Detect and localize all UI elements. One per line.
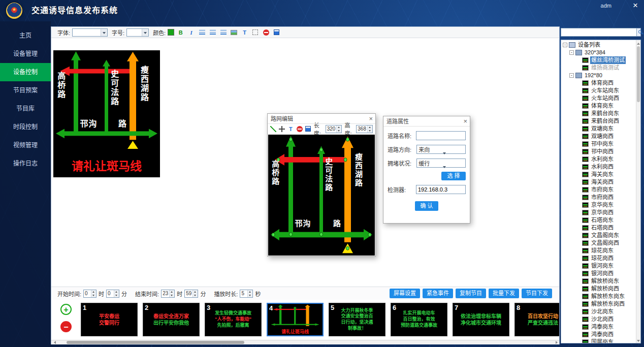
stepper-arrows-icon[interactable] bbox=[114, 290, 119, 297]
expander-icon[interactable] bbox=[576, 165, 581, 169]
start-minute-stepper[interactable]: 0 bbox=[106, 290, 119, 298]
bold-button[interactable]: B bbox=[176, 28, 185, 37]
tree-item[interactable]: 体育岗西 bbox=[561, 79, 640, 87]
tree-item[interactable]: 银河岗东 bbox=[561, 262, 640, 270]
expander-icon[interactable] bbox=[576, 241, 581, 245]
horizontal-scrollbar[interactable] bbox=[51, 340, 559, 344]
start-hour-stepper[interactable]: 0 bbox=[83, 290, 96, 298]
height-stepper[interactable]: 368 bbox=[356, 125, 373, 133]
stepper-arrows-icon[interactable] bbox=[336, 125, 341, 133]
top-road-arrow[interactable] bbox=[275, 154, 346, 166]
sidebar-item[interactable]: 视频管理 bbox=[0, 136, 51, 154]
italic-button[interactable]: I bbox=[187, 28, 196, 37]
expander-icon[interactable] bbox=[576, 134, 581, 139]
expander-icon[interactable] bbox=[576, 271, 581, 276]
remove-program-button[interactable]: − bbox=[60, 321, 72, 332]
expander-icon[interactable] bbox=[576, 157, 581, 162]
tree-item[interactable]: 火车站岗西 bbox=[561, 94, 640, 102]
tree-item[interactable]: 市府岗西 bbox=[561, 194, 640, 201]
action-button[interactable]: 节目下发 bbox=[522, 289, 552, 298]
expander-icon[interactable] bbox=[576, 58, 581, 62]
tree-item[interactable]: 解放桥岗东 bbox=[561, 277, 640, 285]
expander-icon[interactable] bbox=[576, 325, 581, 329]
road-name-input[interactable] bbox=[416, 131, 466, 140]
length-stepper[interactable]: 320 bbox=[326, 125, 342, 133]
stepper-arrows-icon[interactable] bbox=[192, 290, 198, 297]
congestion-select[interactable]: 缓行 bbox=[416, 159, 466, 168]
program-preview[interactable]: 高桥路 史可法路 瘦西湖路 邗沟 路 请礼让斑马线 bbox=[53, 50, 160, 177]
tree-item[interactable]: 双塘岗西 bbox=[561, 133, 640, 140]
tree-item[interactable]: 鸿泰岗西 bbox=[561, 331, 640, 338]
expander-icon[interactable] bbox=[576, 226, 581, 230]
expander-icon[interactable] bbox=[576, 248, 581, 253]
duration-stepper[interactable]: 5 bbox=[240, 290, 253, 298]
expander-icon[interactable] bbox=[576, 96, 581, 101]
tree-item[interactable]: 解放桥岗西 bbox=[561, 285, 640, 293]
tree-item[interactable]: 市府岗东 bbox=[561, 186, 640, 194]
search-button[interactable] bbox=[637, 28, 641, 37]
playlist-item[interactable]: 7 依法治理非标车辆 净化城市交通环境 bbox=[453, 303, 509, 336]
action-button[interactable]: 复制节目 bbox=[456, 289, 486, 298]
stepper-arrows-icon[interactable] bbox=[247, 290, 252, 297]
sidebar-item[interactable]: 节目预案 bbox=[0, 81, 51, 100]
tree-item[interactable]: 海关岗西 bbox=[561, 178, 640, 186]
tree-item[interactable]: 火车站岗东 bbox=[561, 87, 640, 94]
scroll-right-icon[interactable] bbox=[554, 340, 559, 344]
expander-icon[interactable] bbox=[576, 111, 581, 116]
tree-item[interactable]: - 192*80 bbox=[561, 72, 640, 79]
device-search-input[interactable] bbox=[561, 28, 637, 37]
expander-icon[interactable] bbox=[576, 210, 581, 215]
expander-icon[interactable] bbox=[576, 142, 581, 146]
tree-item[interactable]: 鸿泰岗东 bbox=[561, 323, 640, 331]
tree-item[interactable]: 琼花岗西 bbox=[561, 255, 640, 262]
font-size-select[interactable] bbox=[126, 28, 149, 37]
tree-item[interactable]: 石塔岗西 bbox=[561, 224, 640, 232]
playlist-item[interactable]: 5 大力开展秋冬季 交通安全整治百 日行动，坚决遏 制事故！ bbox=[329, 303, 385, 336]
tree-item[interactable]: 来鹤台岗东 bbox=[561, 110, 640, 117]
confirm-button[interactable]: 确 认 bbox=[415, 201, 438, 211]
save-button[interactable] bbox=[272, 28, 281, 37]
tree-item[interactable]: 双塘岗东 bbox=[561, 125, 640, 133]
expander-icon[interactable] bbox=[576, 309, 581, 314]
scrollbar-thumb[interactable] bbox=[637, 46, 640, 102]
expander-icon[interactable] bbox=[576, 127, 581, 131]
tree-item[interactable]: 京华岗西 bbox=[561, 209, 640, 216]
expander-icon[interactable] bbox=[576, 195, 581, 200]
dialog-titlebar[interactable]: 路网编辑 × bbox=[268, 114, 375, 124]
draw-line-button[interactable] bbox=[270, 125, 276, 133]
expander-icon[interactable] bbox=[576, 256, 581, 261]
close-icon[interactable]: × bbox=[369, 114, 373, 124]
tree-item[interactable]: 邗中岗西 bbox=[561, 148, 640, 155]
sidebar-item[interactable]: 设备管理 bbox=[0, 45, 51, 63]
tree-item[interactable]: 螺丝湾桥测试 bbox=[561, 56, 640, 64]
tree-item[interactable]: 维扬商测试 bbox=[561, 64, 640, 72]
expander-icon[interactable]: - bbox=[563, 43, 567, 47]
tree-item[interactable]: - 320*384 bbox=[561, 49, 640, 56]
select-detector-button[interactable]: 选 择 bbox=[441, 172, 466, 180]
close-icon[interactable]: × bbox=[631, 1, 640, 11]
sidebar-item[interactable]: 时段控制 bbox=[0, 118, 51, 136]
dialog-titlebar[interactable]: 道路属性 × bbox=[383, 116, 470, 127]
text-tool-button[interactable]: T bbox=[287, 125, 294, 133]
scrollbar-thumb[interactable] bbox=[67, 341, 244, 344]
expander-icon[interactable] bbox=[576, 172, 581, 177]
tree-item[interactable]: 银河岗西 bbox=[561, 270, 640, 277]
action-button[interactable]: 批量下发 bbox=[489, 289, 519, 298]
playlist-item[interactable]: 2 春运安全连万家 出行平安你我他 bbox=[143, 303, 200, 336]
scroll-left-icon[interactable] bbox=[51, 340, 56, 344]
tree-item[interactable]: 解放桥东岗西 bbox=[561, 300, 640, 308]
delete-button[interactable] bbox=[296, 125, 302, 133]
frame-select-button[interactable] bbox=[251, 28, 260, 37]
expander-icon[interactable] bbox=[576, 317, 581, 322]
tree-item[interactable]: 文昌阁岗西 bbox=[561, 239, 640, 247]
playlist-item-selected[interactable]: 4 请礼让斑马线 bbox=[267, 303, 324, 336]
expander-icon[interactable] bbox=[576, 203, 581, 207]
align-right-button[interactable] bbox=[219, 28, 228, 37]
right-road-arrow[interactable] bbox=[342, 137, 353, 242]
tree-item[interactable]: 体育岗东 bbox=[561, 102, 640, 110]
expander-icon[interactable] bbox=[576, 340, 581, 343]
expander-icon[interactable] bbox=[576, 119, 581, 123]
tree-item[interactable]: 水利岗西 bbox=[561, 163, 640, 171]
close-icon[interactable]: × bbox=[463, 116, 467, 127]
end-minute-stepper[interactable]: 59 bbox=[184, 290, 198, 298]
